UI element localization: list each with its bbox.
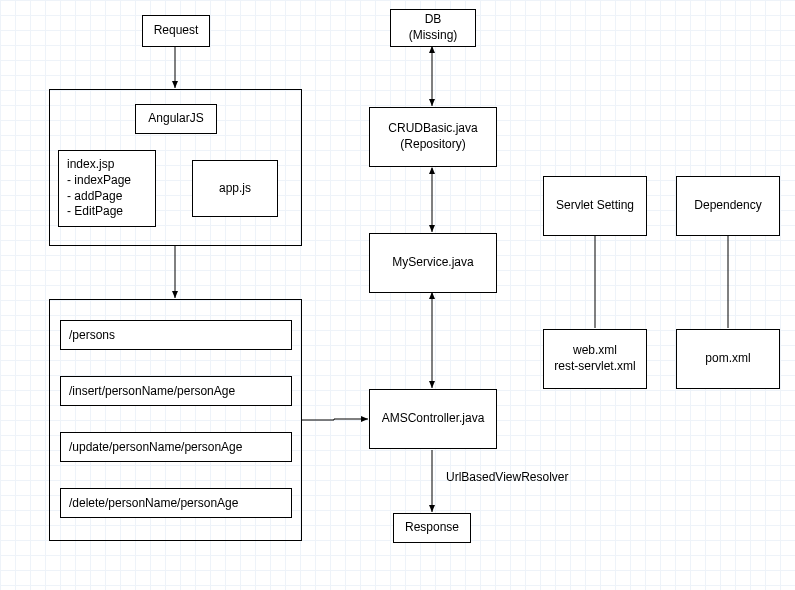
servlet-setting-label: Servlet Setting bbox=[556, 198, 634, 214]
endpoint-text-0: /persons bbox=[69, 328, 115, 342]
servlet-setting-box: Servlet Setting bbox=[543, 176, 647, 236]
dependency-label: Dependency bbox=[694, 198, 761, 214]
index-jsp-title: index.jsp bbox=[67, 157, 114, 173]
endpoint-row-3: /delete/personName/personAge bbox=[60, 488, 292, 518]
index-jsp-box: index.jsp - indexPage - addPage - EditPa… bbox=[58, 150, 156, 227]
endpoint-text-3: /delete/personName/personAge bbox=[69, 496, 238, 510]
angularjs-box: AngularJS bbox=[135, 104, 217, 134]
appjs-box: app.js bbox=[192, 160, 278, 217]
index-item-2: - EditPage bbox=[67, 204, 123, 220]
endpoint-text-1: /insert/personName/personAge bbox=[69, 384, 235, 398]
db-label: DB (Missing) bbox=[409, 12, 458, 43]
servlet-files-box: web.xml rest-servlet.xml bbox=[543, 329, 647, 389]
endpoint-text-2: /update/personName/personAge bbox=[69, 440, 242, 454]
repository-box: CRUDBasic.java (Repository) bbox=[369, 107, 497, 167]
index-item-0: - indexPage bbox=[67, 173, 131, 189]
service-label: MyService.java bbox=[392, 255, 473, 271]
pom-label: pom.xml bbox=[705, 351, 750, 367]
index-item-1: - addPage bbox=[67, 189, 122, 205]
response-label: Response bbox=[405, 520, 459, 536]
dependency-box: Dependency bbox=[676, 176, 780, 236]
servlet-files-label: web.xml rest-servlet.xml bbox=[554, 343, 635, 374]
endpoint-row-1: /insert/personName/personAge bbox=[60, 376, 292, 406]
repository-label: CRUDBasic.java (Repository) bbox=[388, 121, 477, 152]
angularjs-label: AngularJS bbox=[148, 111, 203, 127]
endpoint-row-0: /persons bbox=[60, 320, 292, 350]
controller-box: AMSController.java bbox=[369, 389, 497, 449]
endpoint-row-2: /update/personName/personAge bbox=[60, 432, 292, 462]
controller-label: AMSController.java bbox=[382, 411, 485, 427]
db-box: DB (Missing) bbox=[390, 9, 476, 47]
response-box: Response bbox=[393, 513, 471, 543]
resolver-label: UrlBasedViewResolver bbox=[446, 470, 569, 484]
request-label: Request bbox=[154, 23, 199, 39]
pom-box: pom.xml bbox=[676, 329, 780, 389]
appjs-label: app.js bbox=[219, 181, 251, 197]
request-box: Request bbox=[142, 15, 210, 47]
service-box: MyService.java bbox=[369, 233, 497, 293]
